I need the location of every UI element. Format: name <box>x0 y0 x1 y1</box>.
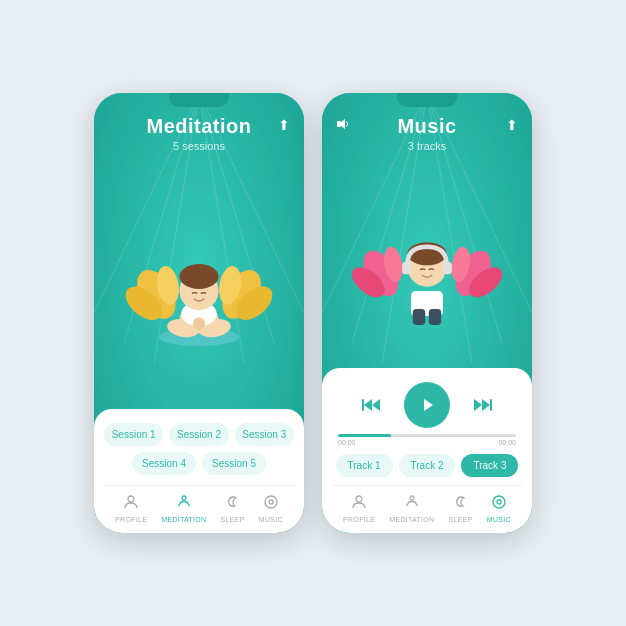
nav-meditation-1[interactable]: MEDITATION <box>161 494 206 523</box>
phones-container: Meditation 5 sessions ⬆ <box>94 93 532 533</box>
music-icon-1 <box>263 494 279 514</box>
svg-rect-47 <box>443 262 452 274</box>
svg-point-54 <box>493 496 505 508</box>
session-grid-row1: Session 1 Session 2 Session 3 <box>104 423 294 446</box>
phone1-subtitle: 5 sessions <box>94 140 304 152</box>
svg-point-26 <box>269 500 273 504</box>
phone1-nav: PROFILE MEDITATION SLEEP <box>104 485 294 533</box>
profile-icon-2 <box>351 494 367 514</box>
progress-times: 00:00 00:00 <box>338 439 516 446</box>
svg-rect-43 <box>429 309 441 325</box>
svg-point-21 <box>128 496 134 502</box>
nav-music-2[interactable]: MUSIC <box>487 494 511 523</box>
music-svg <box>347 180 507 340</box>
session-btn-2[interactable]: Session 2 <box>169 423 228 446</box>
nav-label-profile-1: PROFILE <box>115 516 147 523</box>
profile-icon-1 <box>123 494 139 514</box>
svg-point-55 <box>497 500 501 504</box>
progress-fill <box>338 434 391 437</box>
player-controls <box>332 382 522 428</box>
phone-meditation: Meditation 5 sessions ⬆ <box>94 93 304 533</box>
phone1-title: Meditation <box>94 115 304 138</box>
phone2-character <box>322 152 532 368</box>
share-icon-1[interactable]: ⬆ <box>278 117 290 133</box>
svg-point-18 <box>193 317 205 329</box>
session-btn-3[interactable]: Session 3 <box>235 423 294 446</box>
nav-label-sleep-1: SLEEP <box>221 516 245 523</box>
nav-sleep-1[interactable]: SLEEP <box>221 494 245 523</box>
svg-rect-42 <box>413 309 425 325</box>
progress-bar[interactable] <box>338 434 516 437</box>
progress-container: 00:00 00:00 <box>332 434 522 446</box>
svg-point-50 <box>356 496 362 502</box>
svg-point-22 <box>182 496 186 500</box>
meditation-icon-2 <box>404 494 420 514</box>
phone2-bottom: 00:00 00:00 Track 1 Track 2 Track 3 PROF… <box>322 368 532 533</box>
track-btn-3[interactable]: Track 3 <box>461 454 518 477</box>
svg-rect-48 <box>362 399 364 411</box>
phone2-title: Music <box>322 115 532 138</box>
nav-label-meditation-1: MEDITATION <box>161 516 206 523</box>
volume-icon-2[interactable] <box>336 117 350 134</box>
svg-point-25 <box>265 496 277 508</box>
session-grid-row2: Session 4 Session 5 <box>104 452 294 475</box>
phone2-subtitle: 3 tracks <box>322 140 532 152</box>
phone1-character <box>94 152 304 409</box>
nav-profile-1[interactable]: PROFILE <box>115 494 147 523</box>
share-icon-2[interactable]: ⬆ <box>506 117 518 133</box>
music-icon-2 <box>491 494 507 514</box>
svg-line-53 <box>416 504 418 506</box>
svg-line-52 <box>406 504 408 506</box>
meditation-icon-1 <box>176 494 192 514</box>
nav-sleep-2[interactable]: SLEEP <box>449 494 473 523</box>
nav-music-1[interactable]: MUSIC <box>259 494 283 523</box>
nav-profile-2[interactable]: PROFILE <box>343 494 375 523</box>
svg-point-51 <box>410 496 414 500</box>
meditation-illustration <box>119 201 279 361</box>
session-btn-1[interactable]: Session 1 <box>104 423 163 446</box>
phone-music: Music 3 tracks ⬆ <box>322 93 532 533</box>
nav-label-music-2: MUSIC <box>487 516 511 523</box>
meditation-svg <box>119 196 279 366</box>
track-grid: Track 1 Track 2 Track 3 <box>332 454 522 477</box>
session-btn-5[interactable]: Session 5 <box>202 452 266 475</box>
session-btn-4[interactable]: Session 4 <box>132 452 196 475</box>
phone2-nav: PROFILE MEDITATION SLEEP <box>332 485 522 533</box>
nav-meditation-2[interactable]: MEDITATION <box>389 494 434 523</box>
forward-button[interactable] <box>468 391 496 419</box>
svg-rect-49 <box>490 399 492 411</box>
nav-label-music-1: MUSIC <box>259 516 283 523</box>
time-end: 00:00 <box>498 439 516 446</box>
svg-line-23 <box>178 504 180 506</box>
svg-line-24 <box>188 504 190 506</box>
notch-1 <box>169 93 229 107</box>
notch-2 <box>397 93 457 107</box>
nav-label-profile-2: PROFILE <box>343 516 375 523</box>
svg-point-20 <box>179 264 218 289</box>
rewind-button[interactable] <box>358 391 386 419</box>
time-start: 00:00 <box>338 439 356 446</box>
sleep-icon-2 <box>453 494 469 514</box>
track-btn-1[interactable]: Track 1 <box>336 454 393 477</box>
svg-rect-34 <box>337 121 341 127</box>
play-button[interactable] <box>404 382 450 428</box>
nav-label-meditation-2: MEDITATION <box>389 516 434 523</box>
music-illustration <box>347 180 507 340</box>
svg-rect-46 <box>402 262 411 274</box>
nav-label-sleep-2: SLEEP <box>449 516 473 523</box>
track-btn-2[interactable]: Track 2 <box>399 454 456 477</box>
sleep-icon-1 <box>225 494 241 514</box>
phone1-bottom: Session 1 Session 2 Session 3 Session 4 … <box>94 409 304 533</box>
